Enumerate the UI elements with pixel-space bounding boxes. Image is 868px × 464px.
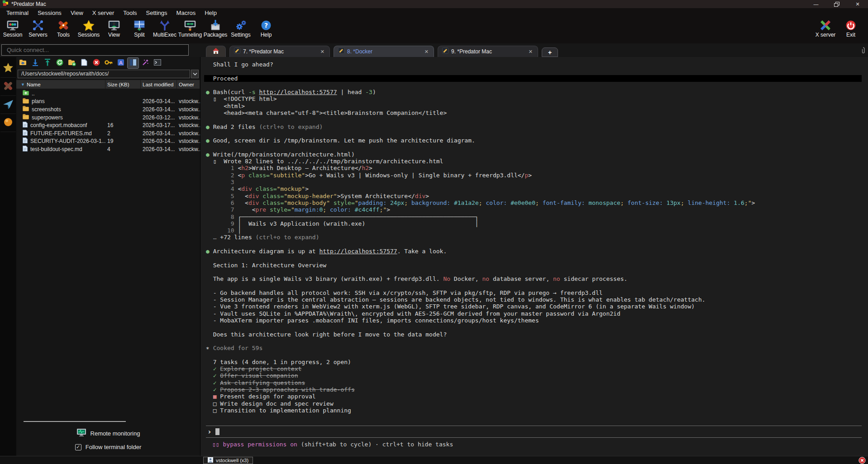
column-header-size[interactable]: Size (KB) <box>105 80 141 89</box>
toolbar-button-session[interactable]: Session <box>0 18 25 38</box>
tab-label: 9. *Predator Mac <box>451 48 525 55</box>
session-tab-vstockwell[interactable]: vstockwell (x3) <box>203 457 253 464</box>
toolbar-button-tunneling[interactable]: Tunneling <box>177 18 203 38</box>
toolbar-label-x-server: X server <box>816 32 836 38</box>
close-tab-icon[interactable]: ✕ <box>424 49 429 55</box>
menu-item-tools[interactable]: Tools <box>119 9 141 17</box>
wand-button[interactable] <box>140 58 151 68</box>
multiexec-icon <box>158 19 172 32</box>
column-header-owner[interactable]: Owner <box>177 80 200 89</box>
tab-7-predator-mac[interactable]: 7. *Predator Mac✕ <box>229 46 330 57</box>
menu-bar: TerminalSessionsViewX serverToolsSetting… <box>0 8 868 18</box>
paperclip-icon[interactable] <box>860 47 866 56</box>
refresh-button[interactable] <box>54 58 65 68</box>
terminal-line <box>206 338 868 345</box>
menu-item-sessions[interactable]: Sessions <box>33 9 66 17</box>
remote-monitoring-button[interactable]: Remote monitoring <box>76 428 140 438</box>
path-input[interactable]: /Users/vstockwell/repos/wraith/docs/ <box>18 70 190 78</box>
file-row-screenshots[interactable]: screenshots2026-03-14...vstockw... <box>16 105 200 114</box>
tab-home[interactable] <box>206 46 226 57</box>
tab-9-predator-mac[interactable]: 9. *Predator Mac✕ <box>438 46 538 57</box>
window-controls: — ✕ <box>806 0 868 8</box>
column-header-name[interactable]: ▼Name <box>16 80 105 89</box>
terminal-line <box>206 130 868 137</box>
terminal-line: … +72 lines (ctrl+o to expand) <box>206 234 868 241</box>
minimize-icon[interactable]: — <box>806 0 826 8</box>
new-folder-button[interactable] <box>67 58 77 68</box>
close-icon[interactable]: ✕ <box>847 0 868 8</box>
toolbar-label-sessions: Sessions <box>78 32 100 38</box>
xserver-icon <box>818 19 833 32</box>
sftp-plane-button[interactable] <box>0 96 16 114</box>
toolbar-button-sessions[interactable]: Sessions <box>76 18 101 38</box>
toolbar-button-x-server[interactable]: X server <box>813 18 838 38</box>
terminal-line: 7 tasks (4 done, 1 in progress, 2 open) <box>206 359 868 365</box>
panel-view-button[interactable] <box>128 58 138 68</box>
toolbar-button-tools[interactable]: Tools <box>51 18 76 38</box>
file-row-security-audit-2026-03-1[interactable]: SECURITY-AUDIT-2026-03-1...192026-03-14.… <box>16 137 200 146</box>
toolbar-button-help[interactable]: ?Help <box>253 18 279 38</box>
tools-knife-button[interactable] <box>0 78 16 96</box>
file-name: test-buildout-spec.md <box>30 146 82 152</box>
terminal-line: □ Transition to implementation planning <box>206 407 868 414</box>
menu-item-x-server[interactable]: X server <box>88 9 119 17</box>
close-tab-icon[interactable]: ✕ <box>528 49 534 55</box>
toolbar-button-multiexec[interactable]: MultiExec <box>152 18 177 38</box>
file-owner-cell: vstockw... <box>177 98 200 104</box>
quick-connect-input[interactable] <box>1 44 189 56</box>
chevron-down-icon[interactable] <box>191 70 199 78</box>
toolbar-button-exit[interactable]: Exit <box>838 18 863 38</box>
file-row-superpowers[interactable]: superpowers2026-03-12...vstockw... <box>16 114 200 122</box>
follow-terminal-toggle[interactable]: ✓ Follow terminal folder <box>75 444 142 450</box>
menu-item-macros[interactable]: Macros <box>172 9 200 17</box>
terminal-line: 5 <div class="mockup-header">System Arch… <box>206 193 868 199</box>
new-tab-button[interactable]: + <box>542 47 558 57</box>
terminal-line: 7 <pre style="margin:0; color: #c4c4ff;"… <box>206 206 868 213</box>
key-button[interactable] <box>103 58 114 68</box>
file-row-[interactable]: .. <box>16 90 200 98</box>
terminal-line: 6 <div class="mockup-body" style="paddin… <box>206 199 868 206</box>
file-row-future-features-md[interactable]: FUTURE-FEATURES.md22026-03-14...vstockw.… <box>16 129 200 137</box>
macros-ball-button[interactable] <box>0 114 16 132</box>
close-tab-icon[interactable]: ✕ <box>320 49 325 55</box>
view-icon <box>107 19 121 32</box>
red-close-icon[interactable] <box>858 457 866 464</box>
terminal-input-box[interactable]: › <box>206 426 862 438</box>
toolbar-button-settings[interactable]: Settings <box>228 18 253 38</box>
menu-item-view[interactable]: View <box>66 9 88 17</box>
toolbar-button-servers[interactable]: Servers <box>25 18 51 38</box>
toolbar-button-view[interactable]: View <box>101 18 127 38</box>
menu-item-help[interactable]: Help <box>200 9 221 17</box>
file-size-cell: 2 <box>105 130 141 137</box>
menu-item-settings[interactable]: Settings <box>142 9 172 17</box>
file-row-test-buildout-spec-md[interactable]: test-buildout-spec.md42026-03-14...vstoc… <box>16 145 200 153</box>
svg-text:?: ? <box>264 22 268 29</box>
font-button[interactable]: A <box>115 58 126 68</box>
terminal: Shall I go ahead? Proceed● Bash(curl -s … <box>200 57 868 456</box>
menu-item-terminal[interactable]: Terminal <box>2 9 33 17</box>
terminal-line: 4 <div class="mockup"> <box>206 185 868 192</box>
file-name-cell: FUTURE-FEATURES.md <box>16 130 105 137</box>
favorites-star-button[interactable] <box>0 60 16 78</box>
upload-button[interactable] <box>42 58 53 68</box>
download-button[interactable] <box>30 58 41 68</box>
parent-folder-button[interactable] <box>18 58 29 68</box>
terminal-output[interactable]: Shall I go ahead? Proceed● Bash(curl -s … <box>200 57 868 414</box>
download-icon <box>32 59 39 68</box>
new-file-button[interactable] <box>79 58 90 68</box>
file-modified-cell: 2026-03-14... <box>141 106 177 113</box>
home-icon <box>212 47 219 56</box>
checkbox-checked-icon[interactable]: ✓ <box>75 444 81 450</box>
file-name-cell: .. <box>16 90 105 97</box>
delete-button[interactable] <box>91 58 102 68</box>
terminal-mini-button[interactable] <box>152 58 163 68</box>
file-row-plans[interactable]: plans2026-03-14...vstockw... <box>16 98 200 106</box>
remote-monitoring-label: Remote monitoring <box>91 430 140 437</box>
file-row-config-export-mobaconf[interactable]: config-export.mobaconf162026-03-17...vst… <box>16 121 200 129</box>
toolbar-button-split[interactable]: Split <box>127 18 152 38</box>
maximize-icon[interactable] <box>826 0 847 8</box>
column-header-modified[interactable]: Last modified <box>141 80 177 89</box>
toolbar-button-packages[interactable]: Packages <box>203 18 228 38</box>
tab-8-docker[interactable]: 8. *Docker✕ <box>334 46 434 57</box>
file-name-cell: config-export.mobaconf <box>16 122 105 129</box>
